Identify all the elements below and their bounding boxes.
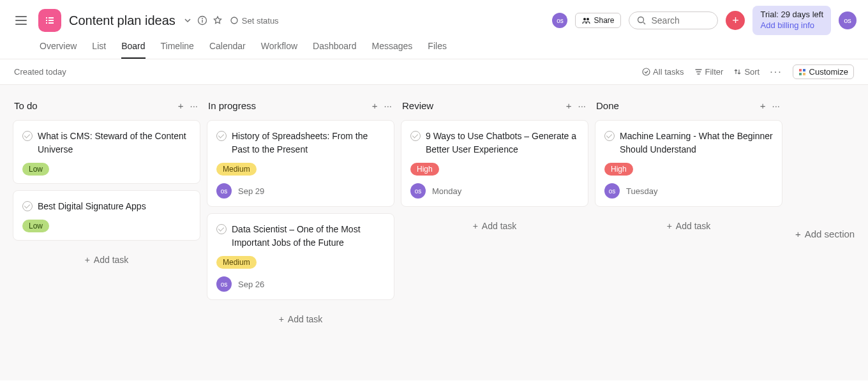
share-label: Share <box>594 16 614 25</box>
task-card[interactable]: History of Spreadsheets: From the Past t… <box>207 120 394 207</box>
complete-check-icon[interactable] <box>22 201 33 211</box>
add-task-label: Add task <box>288 314 322 324</box>
trial-banner: Trial: 29 days left Add billing info <box>752 6 831 35</box>
column-more-icon[interactable]: ··· <box>188 99 199 112</box>
plus-icon: + <box>473 221 478 231</box>
check-circle-icon <box>642 68 650 76</box>
column-more-icon[interactable]: ··· <box>576 99 587 112</box>
people-icon <box>582 17 590 25</box>
complete-check-icon[interactable] <box>410 131 421 141</box>
share-button[interactable]: Share <box>575 13 621 28</box>
add-task-button[interactable]: + Add task <box>595 213 782 239</box>
task-card[interactable]: What is CMS: Steward of the Content Univ… <box>13 120 200 184</box>
task-card[interactable]: Best Digital Signature Apps Low <box>13 190 200 241</box>
add-billing-link[interactable]: Add billing info <box>760 20 823 31</box>
task-title: Data Scientist – One of the Most Importa… <box>232 223 385 250</box>
column-more-icon[interactable]: ··· <box>770 99 781 112</box>
all-tasks-button[interactable]: All tasks <box>642 67 684 77</box>
task-card[interactable]: 9 Ways to Use Chatbots – Generate a Bett… <box>401 120 588 207</box>
svg-point-5 <box>587 18 589 20</box>
plus-icon: + <box>85 255 90 265</box>
filter-label: Filter <box>705 67 724 77</box>
board-toolbar: Created today All tasks Filter Sort ··· … <box>0 59 868 85</box>
add-task-button[interactable]: + Add task <box>207 306 394 332</box>
column-more-icon[interactable]: ··· <box>382 99 393 112</box>
customize-button[interactable]: Customize <box>793 64 854 79</box>
column-add-icon[interactable]: + <box>371 99 379 112</box>
assignee-avatar[interactable]: os <box>216 183 232 199</box>
column-add-icon[interactable]: + <box>565 99 573 112</box>
assignee-avatar[interactable]: os <box>410 183 426 199</box>
column-title[interactable]: In progress <box>208 100 367 111</box>
search-input[interactable] <box>651 15 708 26</box>
svg-rect-9 <box>799 69 802 71</box>
tab-calendar[interactable]: Calendar <box>209 36 246 59</box>
status-circle-icon <box>230 17 238 24</box>
plus-icon: + <box>795 229 801 239</box>
tab-messages[interactable]: Messages <box>372 36 413 59</box>
project-title[interactable]: Content plan ideas <box>69 13 176 28</box>
column-title[interactable]: Done <box>596 100 755 111</box>
more-options-button[interactable]: ··· <box>770 66 782 78</box>
priority-badge: Low <box>22 220 49 232</box>
svg-point-3 <box>231 17 237 24</box>
global-add-button[interactable]: + <box>726 11 745 30</box>
svg-line-7 <box>643 22 645 24</box>
chevron-down-icon[interactable] <box>183 16 192 25</box>
user-avatar[interactable]: os <box>839 11 857 29</box>
column-add-icon[interactable]: + <box>759 99 767 112</box>
task-title: Machine Learning - What the Beginner Sho… <box>620 130 773 156</box>
star-icon[interactable] <box>213 15 223 26</box>
complete-check-icon[interactable] <box>22 131 33 141</box>
member-avatar[interactable]: os <box>552 13 567 28</box>
add-task-label: Add task <box>676 221 710 231</box>
complete-check-icon[interactable] <box>216 224 227 234</box>
tab-overview[interactable]: Overview <box>40 36 77 59</box>
task-date: Tuesday <box>626 186 657 196</box>
task-card[interactable]: Machine Learning - What the Beginner Sho… <box>595 120 782 207</box>
add-task-button[interactable]: + Add task <box>13 247 200 273</box>
project-icon[interactable] <box>38 9 61 32</box>
tab-workflow[interactable]: Workflow <box>261 36 297 59</box>
project-tabs: Overview List Board Timeline Calendar Wo… <box>0 36 868 59</box>
task-date: Sep 26 <box>238 280 264 289</box>
assignee-avatar[interactable]: os <box>216 276 232 292</box>
tab-timeline[interactable]: Timeline <box>161 36 194 59</box>
add-task-button[interactable]: + Add task <box>401 213 588 239</box>
set-status-button[interactable]: Set status <box>230 16 279 26</box>
tab-list[interactable]: List <box>92 36 106 59</box>
add-task-label: Add task <box>94 255 128 265</box>
filter-button[interactable]: Filter <box>694 67 724 77</box>
add-section-button[interactable]: + Add section <box>789 96 855 369</box>
svg-point-6 <box>638 17 644 23</box>
grid-icon <box>798 68 806 76</box>
complete-check-icon[interactable] <box>604 131 615 141</box>
trial-text: Trial: 29 days left <box>760 10 823 20</box>
column-title[interactable]: To do <box>14 100 173 111</box>
task-title: 9 Ways to Use Chatbots – Generate a Bett… <box>426 130 579 156</box>
svg-rect-11 <box>799 73 802 75</box>
priority-badge: High <box>604 163 633 176</box>
assignee-avatar[interactable]: os <box>604 183 620 199</box>
column-title[interactable]: Review <box>402 100 561 111</box>
task-title: History of Spreadsheets: From the Past t… <box>232 130 385 156</box>
menu-icon[interactable] <box>11 12 31 29</box>
complete-check-icon[interactable] <box>216 131 227 141</box>
svg-point-1 <box>202 18 203 19</box>
sort-label: Sort <box>744 67 760 77</box>
column-add-icon[interactable]: + <box>177 99 185 112</box>
search-box[interactable] <box>629 11 718 29</box>
task-title: What is CMS: Steward of the Content Univ… <box>38 130 191 156</box>
tab-dashboard[interactable]: Dashboard <box>313 36 357 59</box>
sort-button[interactable]: Sort <box>733 67 760 77</box>
task-date: Monday <box>432 186 461 196</box>
top-header: Content plan ideas Set status os Share +… <box>0 0 868 36</box>
priority-badge: High <box>410 163 439 176</box>
info-icon[interactable] <box>197 15 207 26</box>
tab-files[interactable]: Files <box>428 36 447 59</box>
priority-badge: Low <box>22 163 49 176</box>
tab-board[interactable]: Board <box>121 36 145 59</box>
svg-rect-2 <box>202 20 202 23</box>
task-date: Sep 29 <box>238 186 264 196</box>
task-card[interactable]: Data Scientist – One of the Most Importa… <box>207 213 394 300</box>
